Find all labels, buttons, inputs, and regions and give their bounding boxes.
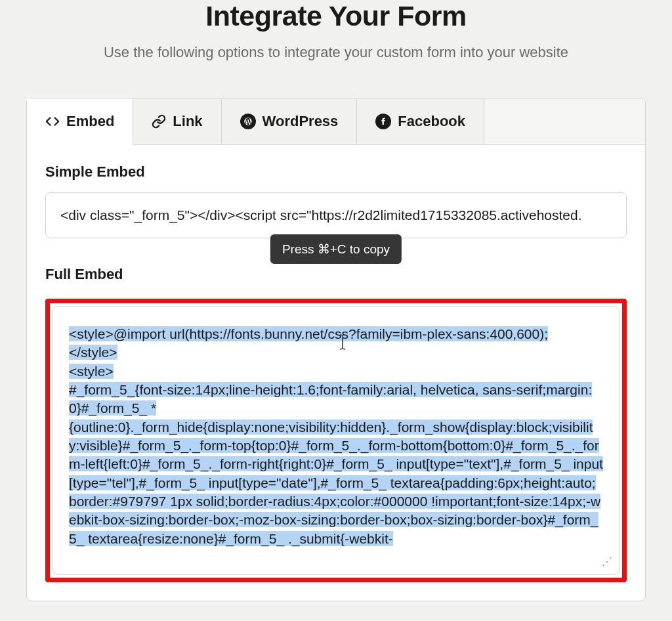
full-embed-code[interactable]: <style>@import url(https://fonts.bunny.n… — [52, 306, 620, 575]
full-embed-label: Full Embed — [45, 266, 123, 283]
resize-handle-icon: ⋰ — [602, 555, 612, 569]
tab-wordpress[interactable]: WordPress — [222, 98, 358, 144]
tab-embed-label: Embed — [66, 113, 114, 130]
tab-link-label: Link — [173, 113, 202, 130]
simple-embed-label: Simple Embed — [45, 163, 627, 181]
link-icon — [152, 114, 166, 129]
wordpress-icon — [240, 114, 256, 129]
full-embed-text: <style>@import url(https://fonts.bunny.n… — [69, 326, 603, 546]
tabs: Embed Link WordPress Facebook — [27, 98, 645, 145]
copy-tooltip: Press ⌘+C to copy — [270, 234, 402, 264]
full-embed-highlight: <style>@import url(https://fonts.bunny.n… — [45, 299, 627, 582]
page-subtitle: Use the following options to integrate y… — [26, 44, 646, 61]
tab-facebook-label: Facebook — [398, 113, 465, 130]
page-title: Integrate Your Form — [26, 0, 646, 32]
tab-embed[interactable]: Embed — [27, 98, 133, 145]
integration-panel: Embed Link WordPress Facebook — [26, 98, 646, 601]
tab-facebook[interactable]: Facebook — [357, 98, 484, 144]
code-icon — [45, 114, 60, 129]
tab-link[interactable]: Link — [133, 98, 221, 144]
tab-wordpress-label: WordPress — [262, 113, 339, 130]
facebook-icon — [375, 114, 391, 129]
panel-body: Simple Embed <div class="_form_5"></div>… — [27, 145, 645, 601]
simple-embed-code[interactable]: <div class="_form_5"></div><script src="… — [45, 192, 627, 238]
